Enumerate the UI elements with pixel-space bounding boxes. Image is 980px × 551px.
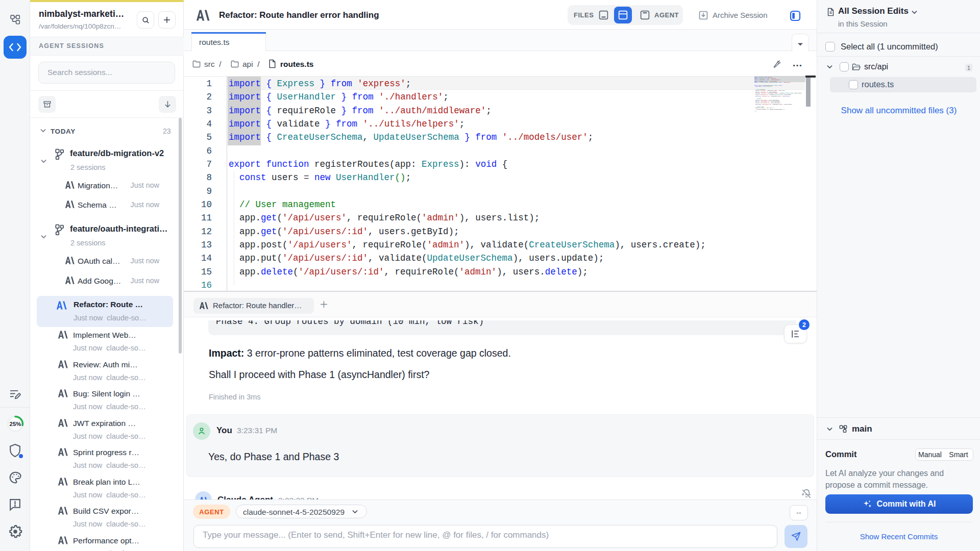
svg-text:25%: 25% xyxy=(10,421,21,427)
